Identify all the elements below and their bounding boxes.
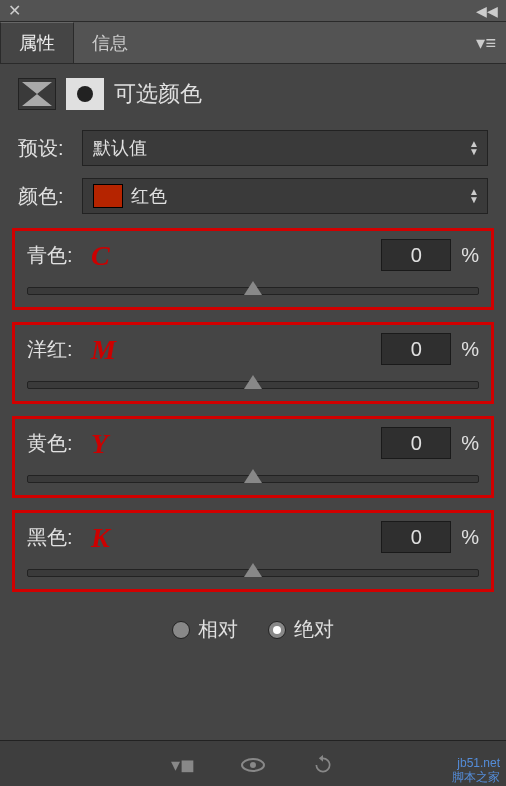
tab-info[interactable]: 信息 bbox=[74, 23, 146, 63]
preset-dropdown[interactable]: 默认值 ▲▼ bbox=[82, 130, 488, 166]
slider-thumb[interactable] bbox=[244, 375, 262, 389]
method-relative-radio[interactable]: 相对 bbox=[172, 616, 238, 643]
annotation-c: C bbox=[91, 240, 110, 272]
slider-thumb[interactable] bbox=[244, 281, 262, 295]
cyan-slider-group: 青色: C % bbox=[12, 228, 494, 310]
colors-dropdown[interactable]: 红色 ▲▼ bbox=[82, 178, 488, 214]
black-input[interactable] bbox=[381, 521, 451, 553]
magenta-input[interactable] bbox=[381, 333, 451, 365]
yellow-slider-group: 黄色: Y % bbox=[12, 416, 494, 498]
reset-icon[interactable] bbox=[308, 753, 338, 777]
annotation-y: Y bbox=[91, 428, 108, 460]
toggle-visibility-icon[interactable] bbox=[238, 753, 268, 777]
black-slider[interactable] bbox=[27, 569, 479, 577]
preset-value: 默认值 bbox=[93, 136, 147, 160]
svg-marker-0 bbox=[22, 82, 52, 106]
yellow-unit: % bbox=[461, 432, 479, 455]
colors-value: 红色 bbox=[131, 184, 167, 208]
panel-title: 可选颜色 bbox=[114, 79, 202, 109]
preset-label: 预设: bbox=[18, 135, 72, 162]
cyan-label: 青色: C bbox=[27, 242, 73, 269]
colors-label: 颜色: bbox=[18, 183, 72, 210]
cyan-unit: % bbox=[461, 244, 479, 267]
yellow-label: 黄色: Y bbox=[27, 430, 73, 457]
black-unit: % bbox=[461, 526, 479, 549]
svg-marker-3 bbox=[319, 755, 323, 762]
yellow-slider[interactable] bbox=[27, 475, 479, 483]
slider-thumb[interactable] bbox=[244, 469, 262, 483]
magenta-label: 洋红: M bbox=[27, 336, 73, 363]
yellow-input[interactable] bbox=[381, 427, 451, 459]
black-slider-group: 黑色: K % bbox=[12, 510, 494, 592]
close-icon[interactable]: ✕ bbox=[8, 1, 21, 20]
layer-mask-icon[interactable] bbox=[66, 78, 104, 110]
selective-color-icon bbox=[18, 78, 56, 110]
magenta-unit: % bbox=[461, 338, 479, 361]
slider-thumb[interactable] bbox=[244, 563, 262, 577]
radio-icon bbox=[268, 621, 286, 639]
cyan-slider[interactable] bbox=[27, 287, 479, 295]
chevron-updown-icon: ▲▼ bbox=[469, 140, 479, 156]
method-absolute-radio[interactable]: 绝对 bbox=[268, 616, 334, 643]
magenta-slider[interactable] bbox=[27, 381, 479, 389]
collapse-icon[interactable]: ◀◀ bbox=[476, 3, 498, 19]
cyan-input[interactable] bbox=[381, 239, 451, 271]
panel-menu-icon[interactable]: ▾≡ bbox=[476, 32, 496, 54]
color-swatch bbox=[93, 184, 123, 208]
annotation-m: M bbox=[91, 334, 116, 366]
chevron-updown-icon: ▲▼ bbox=[469, 188, 479, 204]
watermark: jb51.net 脚本之家 bbox=[452, 756, 500, 784]
absolute-label: 绝对 bbox=[294, 616, 334, 643]
relative-label: 相对 bbox=[198, 616, 238, 643]
black-label: 黑色: K bbox=[27, 524, 73, 551]
svg-point-2 bbox=[250, 762, 256, 768]
magenta-slider-group: 洋红: M % bbox=[12, 322, 494, 404]
radio-icon bbox=[172, 621, 190, 639]
annotation-k: K bbox=[91, 522, 110, 554]
clip-to-layer-icon[interactable]: ▾◼ bbox=[168, 753, 198, 777]
tab-properties[interactable]: 属性 bbox=[0, 22, 74, 63]
